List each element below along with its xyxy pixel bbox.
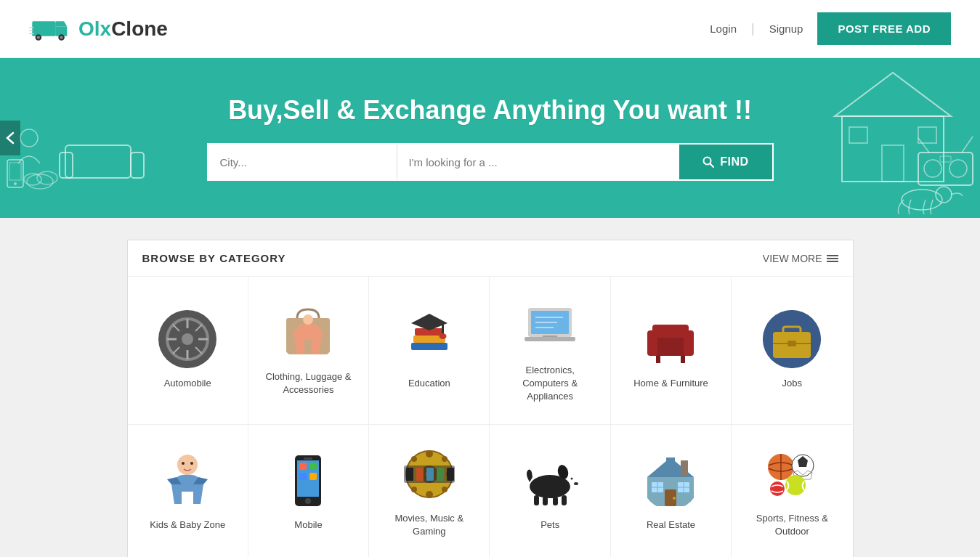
category-item-sports[interactable]: Sports, Fitness &Outdoor [732, 425, 852, 557]
category-item-jobs[interactable]: Jobs [732, 277, 852, 425]
browse-title: BROWSE BY CATEGORY [142, 252, 286, 264]
svg-point-31 [949, 160, 967, 177]
kids-icon [158, 452, 216, 510]
svg-line-33 [918, 138, 929, 153]
svg-marker-2 [56, 21, 67, 26]
svg-rect-112 [543, 497, 548, 505]
svg-rect-113 [553, 497, 558, 505]
svg-point-117 [571, 477, 573, 479]
nav-divider: | [751, 21, 755, 36]
movies-icon [400, 445, 458, 503]
back-arrow[interactable] [0, 121, 20, 155]
kids-label: Kids & Baby Zone [150, 519, 225, 532]
svg-rect-89 [309, 463, 317, 470]
svg-rect-27 [849, 127, 867, 143]
svg-rect-74 [656, 356, 660, 363]
svg-point-83 [190, 462, 193, 465]
svg-point-123 [673, 497, 676, 500]
category-header: BROWSE BY CATEGORY VIEW MORE [128, 240, 853, 277]
svg-rect-26 [882, 145, 904, 182]
svg-point-118 [574, 482, 578, 485]
login-link[interactable]: Login [710, 23, 737, 35]
signup-link[interactable]: Signup [769, 23, 803, 35]
svg-point-99 [411, 456, 417, 462]
automobile-icon [158, 310, 216, 368]
svg-rect-11 [9, 163, 21, 180]
post-free-button[interactable]: POST FREE ADD [817, 12, 951, 45]
view-more-button[interactable]: VIEW MORE [763, 253, 838, 264]
movies-label: Movies, Music &Gaming [395, 512, 464, 538]
electronics-icon [521, 297, 579, 355]
svg-point-95 [426, 450, 433, 458]
education-label: Education [408, 377, 450, 390]
hero-banner: Buy,Sell & Exchange Anything You want !!… [0, 58, 980, 218]
svg-point-102 [442, 487, 448, 492]
logo[interactable]: OlxClone [29, 15, 168, 44]
category-item-mobile[interactable]: Mobile [248, 425, 369, 557]
category-item-education[interactable]: Education [369, 277, 490, 425]
header: OlxClone Login | Signup POST FREE ADD [0, 0, 980, 58]
clothing-icon [279, 304, 337, 362]
category-item-realestate[interactable]: Real Estate [611, 425, 732, 557]
jobs-label: Jobs [782, 377, 802, 390]
svg-rect-68 [525, 337, 575, 341]
pets-icon [521, 452, 579, 510]
header-nav: Login | Signup [710, 21, 803, 36]
svg-point-44 [182, 333, 193, 345]
svg-rect-80 [787, 341, 796, 346]
hero-content: Buy,Sell & Exchange Anything You want !!… [207, 95, 774, 181]
electronics-label: Electronics,Computers &Appliances [522, 364, 578, 404]
jobs-icon [763, 310, 821, 368]
header-right: Login | Signup POST FREE ADD [710, 12, 951, 45]
svg-rect-70 [652, 336, 689, 356]
search-input[interactable] [397, 145, 680, 179]
svg-point-137 [770, 481, 785, 496]
category-item-kids[interactable]: Kids & Baby Zone [128, 425, 248, 557]
svg-rect-28 [918, 127, 936, 143]
svg-rect-111 [534, 495, 539, 505]
svg-point-86 [305, 498, 311, 504]
svg-rect-87 [304, 458, 312, 460]
realestate-label: Real Estate [647, 519, 695, 532]
svg-rect-56 [411, 343, 448, 350]
education-icon [400, 310, 458, 368]
category-item-pets[interactable]: Pets [490, 425, 610, 557]
svg-point-96 [426, 491, 433, 498]
category-item-clothing[interactable]: Clothing, Luggage &Accessories [248, 277, 369, 425]
sports-label: Sports, Fitness &Outdoor [756, 512, 828, 538]
automobile-label: Automobile [164, 377, 211, 390]
svg-rect-121 [666, 458, 675, 472]
category-item-electronics[interactable]: Electronics,Computers &Appliances [490, 277, 610, 425]
svg-rect-32 [940, 156, 951, 162]
category-item-movies[interactable]: Movies, Music &Gaming [369, 425, 490, 557]
category-section: BROWSE BY CATEGORY VIEW MORE [127, 240, 854, 557]
find-button[interactable]: FIND [679, 145, 772, 179]
category-item-automobile[interactable]: Automobile [128, 277, 248, 425]
search-bar: FIND [207, 143, 774, 181]
svg-rect-88 [299, 463, 307, 470]
svg-point-30 [924, 160, 941, 177]
city-input[interactable] [208, 145, 397, 179]
svg-rect-0 [32, 21, 56, 36]
svg-rect-130 [681, 460, 688, 475]
category-item-furniture[interactable]: Home & Furniture [611, 277, 732, 425]
svg-rect-106 [426, 468, 434, 481]
category-grid: Automobile Clothing, Luggage &Accessorie… [128, 277, 853, 557]
svg-rect-108 [447, 468, 454, 481]
hero-title: Buy,Sell & Exchange Anything You want !! [228, 95, 752, 126]
furniture-label: Home & Furniture [633, 377, 708, 390]
svg-rect-105 [416, 468, 424, 481]
svg-rect-114 [562, 495, 567, 505]
svg-point-6 [60, 36, 62, 38]
logo-text: OlxClone [78, 17, 168, 41]
clothing-label: Clothing, Luggage &Accessories [266, 370, 352, 397]
hero-illustration-left [0, 58, 189, 218]
svg-point-100 [442, 456, 448, 462]
svg-point-36 [936, 187, 952, 203]
svg-rect-69 [543, 336, 557, 337]
hero-illustration-right [777, 58, 980, 218]
mobile-icon [279, 452, 337, 510]
svg-rect-22 [131, 153, 144, 178]
svg-point-4 [37, 36, 40, 38]
svg-rect-20 [65, 145, 131, 178]
